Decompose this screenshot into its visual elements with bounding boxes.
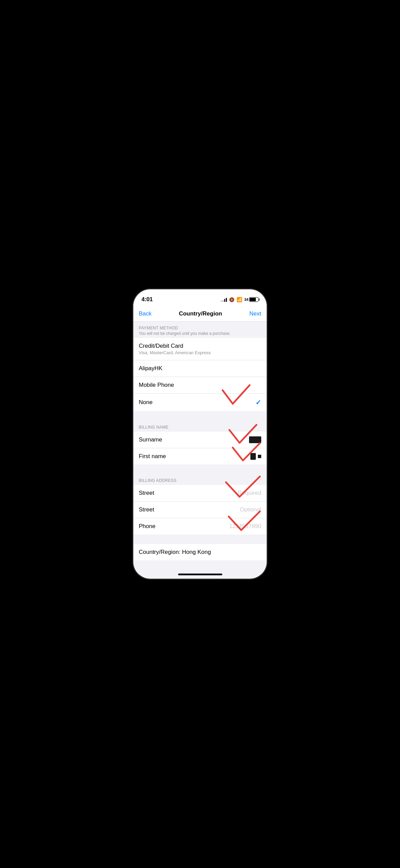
billing-address-header: BILLING ADDRESS [133, 474, 267, 485]
list-item[interactable]: Credit/Debit Card Visa, MasterCard, Amer… [133, 338, 267, 360]
billing-name-label: BILLING NAME [139, 425, 261, 430]
payment-option-label: Credit/Debit Card [139, 343, 211, 349]
payment-method-header: PAYMENT METHOD You will not be charged u… [133, 322, 267, 338]
street-required-field[interactable]: Street Required [133, 485, 267, 502]
phone-field[interactable]: Phone 1234567890 [133, 518, 267, 535]
wifi-icon: 📶 [236, 297, 242, 302]
nav-title: Country/Region [179, 310, 222, 317]
surname-value [249, 436, 261, 443]
payment-method-subtitle: You will not be charged until you make a… [139, 331, 261, 336]
battery-icon [249, 297, 259, 302]
status-bar: 4:01 🔕 📶 34 [133, 289, 267, 308]
status-time: 4:01 [141, 296, 153, 303]
battery-text: 34 [244, 297, 248, 302]
street-label-2: Street [139, 506, 154, 513]
billing-name-header: BILLING NAME [133, 421, 267, 432]
billing-name-list: Surname First name [133, 432, 267, 465]
none-option[interactable]: None ✓ [133, 394, 267, 411]
redacted-dot [258, 455, 261, 458]
payment-method-list: Credit/Debit Card Visa, MasterCard, Amer… [133, 338, 267, 411]
surname-label: Surname [139, 436, 162, 443]
payment-option-label: None [139, 399, 153, 406]
phone-container: 4:01 🔕 📶 34 Back Country/Regi [133, 289, 267, 579]
firstname-field[interactable]: First name [133, 448, 267, 465]
country-region-value: Country/Region: Hong Kong [139, 549, 211, 556]
phone-label: Phone [139, 523, 155, 530]
status-icons: 🔕 📶 34 [221, 297, 259, 302]
home-indicator [178, 574, 222, 575]
section-gap [133, 411, 267, 421]
list-item[interactable]: AlipayHK [133, 360, 267, 377]
billing-address-label: BILLING ADDRESS [139, 478, 261, 483]
street-optional-field[interactable]: Street Optional [133, 502, 267, 518]
redacted-text [249, 436, 261, 443]
payment-option-subtitle: Visa, MasterCard, American Express [139, 350, 211, 355]
country-region-item: Country/Region: Hong Kong [133, 544, 267, 560]
phone-placeholder: 1234567890 [229, 523, 261, 530]
firstname-label: First name [139, 453, 166, 460]
section-gap-2 [133, 465, 267, 474]
next-button[interactable]: Next [249, 310, 261, 317]
section-gap-3 [133, 535, 267, 544]
list-item[interactable]: Mobile Phone [133, 377, 267, 394]
section-gap-4 [133, 560, 267, 570]
payment-option-label: Mobile Phone [139, 382, 174, 388]
nav-bar: Back Country/Region Next [133, 308, 267, 322]
billing-address-list: Street Required Street Optional Phone 12… [133, 485, 267, 535]
firstname-value [250, 453, 261, 460]
back-button[interactable]: Back [139, 310, 152, 317]
content-scroll[interactable]: PAYMENT METHOD You will not be charged u… [133, 322, 267, 575]
checkmark-icon: ✓ [255, 398, 261, 406]
mute-icon: 🔕 [229, 297, 234, 302]
battery-indicator: 34 [244, 297, 259, 302]
payment-method-label: PAYMENT METHOD [139, 326, 261, 330]
payment-option-label: AlipayHK [139, 365, 163, 372]
street-optional-placeholder: Optional [240, 506, 261, 513]
street-required-placeholder: Required [238, 490, 261, 496]
street-label: Street [139, 490, 154, 496]
redacted-text [250, 453, 256, 460]
signal-icon [221, 297, 227, 302]
surname-field[interactable]: Surname [133, 432, 267, 448]
country-region-field[interactable]: Country/Region: Hong Kong [133, 544, 267, 560]
